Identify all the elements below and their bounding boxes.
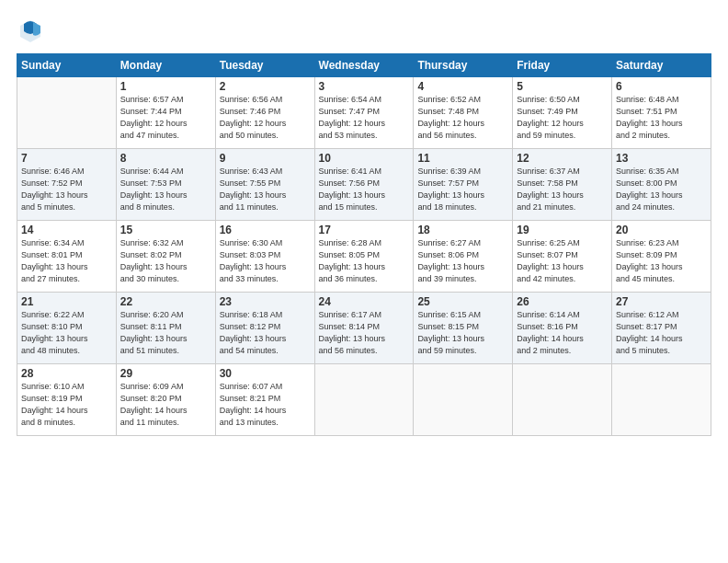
week-row-5: 28Sunrise: 6:10 AM Sunset: 8:19 PM Dayli… [17,364,711,436]
day-info: Sunrise: 6:27 AM Sunset: 8:06 PM Dayligh… [417,237,508,285]
day-number: 28 [21,367,112,380]
weekday-header-friday: Friday [513,54,612,77]
day-number: 30 [220,367,311,380]
calendar-cell: 19Sunrise: 6:25 AM Sunset: 8:07 PM Dayli… [513,221,612,293]
day-number: 8 [120,152,211,165]
calendar-cell: 30Sunrise: 6:07 AM Sunset: 8:21 PM Dayli… [215,364,314,436]
day-info: Sunrise: 6:14 AM Sunset: 8:16 PM Dayligh… [517,309,608,357]
calendar-cell: 17Sunrise: 6:28 AM Sunset: 8:05 PM Dayli… [314,221,414,293]
calendar-cell: 8Sunrise: 6:44 AM Sunset: 7:53 PM Daylig… [116,149,215,221]
logo-icon [17,17,44,44]
day-number: 4 [417,80,508,93]
day-number: 9 [220,152,311,165]
day-number: 27 [616,295,707,308]
day-number: 7 [21,152,112,165]
day-number: 25 [417,295,508,308]
calendar-cell: 20Sunrise: 6:23 AM Sunset: 8:09 PM Dayli… [612,221,711,293]
weekday-header-sunday: Sunday [17,54,117,77]
day-number: 2 [220,80,311,93]
weekday-header-row: SundayMondayTuesdayWednesdayThursdayFrid… [17,54,711,77]
day-info: Sunrise: 6:48 AM Sunset: 7:51 PM Dayligh… [616,94,707,142]
day-info: Sunrise: 6:52 AM Sunset: 7:48 PM Dayligh… [417,94,508,142]
day-info: Sunrise: 6:54 AM Sunset: 7:47 PM Dayligh… [319,94,410,142]
calendar-cell: 3Sunrise: 6:54 AM Sunset: 7:47 PM Daylig… [314,77,414,149]
week-row-4: 21Sunrise: 6:22 AM Sunset: 8:10 PM Dayli… [17,293,711,364]
calendar-cell: 12Sunrise: 6:37 AM Sunset: 7:58 PM Dayli… [513,149,612,221]
week-row-1: 1Sunrise: 6:57 AM Sunset: 7:44 PM Daylig… [17,77,711,149]
calendar-cell: 4Sunrise: 6:52 AM Sunset: 7:48 PM Daylig… [414,77,513,149]
calendar-cell: 28Sunrise: 6:10 AM Sunset: 8:19 PM Dayli… [17,364,117,436]
day-info: Sunrise: 6:23 AM Sunset: 8:09 PM Dayligh… [616,237,707,285]
calendar-cell: 24Sunrise: 6:17 AM Sunset: 8:14 PM Dayli… [314,293,414,364]
day-number: 3 [319,80,410,93]
logo [17,17,48,44]
day-number: 16 [220,224,311,236]
calendar-cell [513,364,612,436]
calendar-cell: 6Sunrise: 6:48 AM Sunset: 7:51 PM Daylig… [612,77,711,149]
day-info: Sunrise: 6:57 AM Sunset: 7:44 PM Dayligh… [120,94,211,142]
weekday-header-wednesday: Wednesday [314,54,414,77]
day-info: Sunrise: 6:56 AM Sunset: 7:46 PM Dayligh… [220,94,311,142]
day-info: Sunrise: 6:43 AM Sunset: 7:55 PM Dayligh… [220,166,311,213]
calendar-cell: 22Sunrise: 6:20 AM Sunset: 8:11 PM Dayli… [116,293,215,364]
calendar-cell: 9Sunrise: 6:43 AM Sunset: 7:55 PM Daylig… [215,149,314,221]
calendar-cell: 25Sunrise: 6:15 AM Sunset: 8:15 PM Dayli… [414,293,513,364]
calendar-cell: 5Sunrise: 6:50 AM Sunset: 7:49 PM Daylig… [513,77,612,149]
calendar-cell: 26Sunrise: 6:14 AM Sunset: 8:16 PM Dayli… [513,293,612,364]
day-info: Sunrise: 6:25 AM Sunset: 8:07 PM Dayligh… [517,237,608,285]
day-info: Sunrise: 6:07 AM Sunset: 8:21 PM Dayligh… [220,381,311,429]
week-row-3: 14Sunrise: 6:34 AM Sunset: 8:01 PM Dayli… [17,221,711,293]
day-number: 14 [21,224,112,236]
day-info: Sunrise: 6:39 AM Sunset: 7:57 PM Dayligh… [417,166,508,213]
calendar-table: SundayMondayTuesdayWednesdayThursdayFrid… [17,53,711,436]
day-number: 23 [220,295,311,308]
calendar-cell: 27Sunrise: 6:12 AM Sunset: 8:17 PM Dayli… [612,293,711,364]
day-number: 15 [120,224,211,236]
day-info: Sunrise: 6:18 AM Sunset: 8:12 PM Dayligh… [220,309,311,357]
calendar-cell: 29Sunrise: 6:09 AM Sunset: 8:20 PM Dayli… [116,364,215,436]
calendar-cell [314,364,414,436]
calendar-cell: 14Sunrise: 6:34 AM Sunset: 8:01 PM Dayli… [17,221,117,293]
day-info: Sunrise: 6:20 AM Sunset: 8:11 PM Dayligh… [120,309,211,357]
day-number: 17 [319,224,410,236]
day-number: 13 [616,152,707,165]
weekday-header-monday: Monday [116,54,215,77]
day-number: 22 [120,295,211,308]
calendar-cell: 11Sunrise: 6:39 AM Sunset: 7:57 PM Dayli… [414,149,513,221]
calendar-cell: 21Sunrise: 6:22 AM Sunset: 8:10 PM Dayli… [17,293,117,364]
day-info: Sunrise: 6:10 AM Sunset: 8:19 PM Dayligh… [21,381,112,429]
day-number: 5 [517,80,608,93]
calendar-page: SundayMondayTuesdayWednesdayThursdayFrid… [0,0,728,563]
week-row-2: 7Sunrise: 6:46 AM Sunset: 7:52 PM Daylig… [17,149,711,221]
calendar-cell: 7Sunrise: 6:46 AM Sunset: 7:52 PM Daylig… [17,149,117,221]
day-number: 19 [517,224,608,236]
day-info: Sunrise: 6:50 AM Sunset: 7:49 PM Dayligh… [517,94,608,142]
weekday-header-tuesday: Tuesday [215,54,314,77]
day-number: 6 [616,80,707,93]
day-info: Sunrise: 6:15 AM Sunset: 8:15 PM Dayligh… [417,309,508,357]
day-info: Sunrise: 6:30 AM Sunset: 8:03 PM Dayligh… [220,237,311,285]
day-number: 12 [517,152,608,165]
day-info: Sunrise: 6:28 AM Sunset: 8:05 PM Dayligh… [319,237,410,285]
header [17,17,711,44]
calendar-cell: 18Sunrise: 6:27 AM Sunset: 8:06 PM Dayli… [414,221,513,293]
calendar-cell [17,77,117,149]
day-info: Sunrise: 6:34 AM Sunset: 8:01 PM Dayligh… [21,237,112,285]
day-info: Sunrise: 6:35 AM Sunset: 8:00 PM Dayligh… [616,166,707,213]
day-number: 11 [417,152,508,165]
calendar-cell: 13Sunrise: 6:35 AM Sunset: 8:00 PM Dayli… [612,149,711,221]
calendar-cell: 1Sunrise: 6:57 AM Sunset: 7:44 PM Daylig… [116,77,215,149]
day-info: Sunrise: 6:37 AM Sunset: 7:58 PM Dayligh… [517,166,608,213]
calendar-cell [414,364,513,436]
day-number: 20 [616,224,707,236]
day-number: 10 [319,152,410,165]
day-number: 18 [417,224,508,236]
day-number: 24 [319,295,410,308]
calendar-cell: 16Sunrise: 6:30 AM Sunset: 8:03 PM Dayli… [215,221,314,293]
calendar-cell: 2Sunrise: 6:56 AM Sunset: 7:46 PM Daylig… [215,77,314,149]
day-number: 21 [21,295,112,308]
day-info: Sunrise: 6:12 AM Sunset: 8:17 PM Dayligh… [616,309,707,357]
calendar-cell: 15Sunrise: 6:32 AM Sunset: 8:02 PM Dayli… [116,221,215,293]
day-number: 1 [120,80,211,93]
day-info: Sunrise: 6:44 AM Sunset: 7:53 PM Dayligh… [120,166,211,213]
